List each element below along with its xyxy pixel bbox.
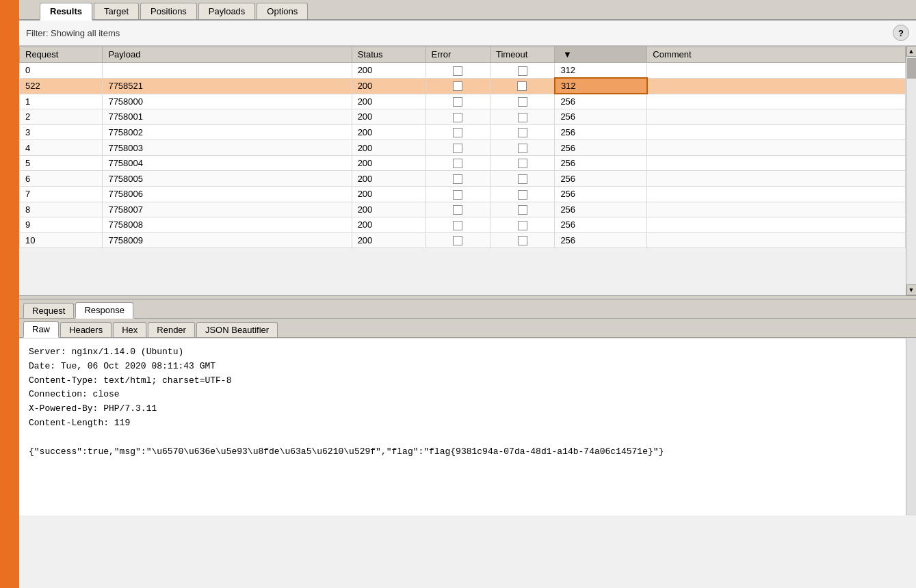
table-row[interactable]: 256 — [555, 124, 647, 140]
table-row[interactable] — [647, 63, 906, 79]
table-row[interactable] — [647, 232, 906, 248]
table-row[interactable] — [490, 109, 554, 125]
table-row[interactable]: 4 — [20, 140, 103, 156]
table-row[interactable] — [426, 109, 490, 125]
col-request[interactable]: Request — [20, 46, 103, 63]
timeout-checkbox[interactable] — [518, 159, 527, 168]
table-row[interactable]: 7758007 — [103, 202, 352, 217]
table-row[interactable]: 1 — [20, 94, 103, 109]
error-checkbox[interactable] — [453, 190, 462, 200]
table-row[interactable] — [647, 124, 906, 140]
table-row[interactable] — [426, 94, 490, 109]
table-row[interactable] — [426, 232, 490, 248]
error-checkbox[interactable] — [453, 236, 462, 245]
table-row[interactable]: 312 — [555, 63, 647, 79]
table-row[interactable] — [490, 124, 554, 140]
results-scrollbar[interactable]: ▲ ▼ — [906, 46, 916, 295]
table-row[interactable]: 256 — [555, 109, 647, 125]
timeout-checkbox[interactable] — [518, 174, 527, 184]
table-row[interactable] — [647, 171, 906, 187]
tab-options[interactable]: Options — [257, 3, 308, 19]
table-row[interactable]: 7 — [20, 186, 103, 202]
tab-hex[interactable]: Hex — [113, 322, 146, 337]
scroll-up-btn[interactable]: ▲ — [906, 46, 917, 57]
table-row[interactable]: 9 — [20, 217, 103, 233]
table-row[interactable]: 256 — [555, 186, 647, 202]
tab-headers[interactable]: Headers — [60, 322, 112, 337]
table-row[interactable] — [426, 171, 490, 187]
table-row[interactable]: 200 — [352, 155, 426, 171]
table-row[interactable]: 256 — [555, 202, 647, 217]
table-row[interactable] — [490, 186, 554, 202]
table-row[interactable] — [490, 63, 554, 79]
table-row[interactable]: 256 — [555, 140, 647, 156]
table-row[interactable]: 7758000 — [103, 94, 352, 109]
table-row[interactable] — [426, 140, 490, 156]
tab-json-beautifier[interactable]: JSON Beautifier — [196, 322, 278, 337]
error-checkbox[interactable] — [453, 174, 462, 184]
table-row[interactable] — [647, 94, 906, 109]
tab-raw[interactable]: Raw — [23, 321, 59, 338]
timeout-checkbox[interactable] — [518, 236, 527, 245]
tab-request[interactable]: Request — [23, 303, 74, 318]
col-status[interactable]: Status — [352, 46, 426, 63]
table-row[interactable] — [490, 232, 554, 248]
scroll-down-btn[interactable]: ▼ — [906, 284, 917, 295]
error-checkbox[interactable] — [453, 205, 462, 215]
table-row[interactable] — [647, 140, 906, 156]
table-row[interactable]: 200 — [352, 232, 426, 248]
table-row[interactable] — [490, 140, 554, 156]
table-row[interactable] — [490, 171, 554, 187]
table-row[interactable]: 200 — [352, 202, 426, 217]
table-row[interactable]: 256 — [555, 155, 647, 171]
col-timeout[interactable]: Timeout — [490, 46, 554, 63]
table-row[interactable]: 200 — [352, 78, 426, 94]
table-row[interactable]: 7758009 — [103, 232, 352, 248]
timeout-checkbox[interactable] — [518, 66, 527, 76]
tab-results[interactable]: Results — [40, 3, 92, 21]
table-row[interactable]: 200 — [352, 109, 426, 125]
tab-render[interactable]: Render — [148, 322, 195, 337]
timeout-checkbox[interactable] — [518, 97, 527, 107]
results-table-scroll[interactable]: Request Payload Status Error Timeout ▼ C… — [19, 46, 906, 295]
error-checkbox[interactable] — [453, 113, 462, 122]
table-row[interactable] — [647, 78, 906, 94]
table-row[interactable]: 200 — [352, 63, 426, 79]
table-row[interactable]: 10 — [20, 232, 103, 248]
table-row[interactable]: 0 — [20, 63, 103, 79]
tab-payloads[interactable]: Payloads — [198, 3, 255, 19]
table-row[interactable] — [647, 155, 906, 171]
error-checkbox[interactable] — [453, 144, 462, 153]
table-row[interactable] — [647, 109, 906, 125]
table-row[interactable] — [426, 124, 490, 140]
table-row[interactable]: 3 — [20, 124, 103, 140]
table-row[interactable] — [490, 94, 554, 109]
table-row[interactable] — [490, 78, 554, 94]
help-button[interactable]: ? — [893, 25, 909, 41]
col-payload[interactable]: Payload — [103, 46, 352, 63]
table-row[interactable]: 5 — [20, 155, 103, 171]
response-scrollbar[interactable] — [906, 338, 916, 516]
table-row[interactable] — [490, 202, 554, 217]
table-row[interactable]: 7758521 — [103, 78, 352, 94]
table-row[interactable] — [426, 217, 490, 233]
table-row[interactable]: 7758003 — [103, 140, 352, 156]
table-row[interactable]: 200 — [352, 171, 426, 187]
table-row[interactable] — [647, 202, 906, 217]
table-row[interactable]: 200 — [352, 124, 426, 140]
table-row[interactable] — [426, 63, 490, 79]
scrollbar-thumb[interactable] — [907, 58, 916, 79]
table-row[interactable] — [426, 78, 490, 94]
table-row[interactable]: 2 — [20, 109, 103, 125]
timeout-checkbox[interactable] — [517, 81, 527, 91]
table-row[interactable]: 256 — [555, 217, 647, 233]
tab-target[interactable]: Target — [94, 3, 139, 19]
col-comment[interactable]: Comment — [647, 46, 906, 63]
error-checkbox[interactable] — [453, 159, 462, 168]
table-row[interactable] — [426, 202, 490, 217]
table-row[interactable] — [490, 155, 554, 171]
table-row[interactable]: 256 — [555, 94, 647, 109]
table-row[interactable]: 7758002 — [103, 124, 352, 140]
error-checkbox[interactable] — [453, 221, 462, 230]
table-row[interactable] — [426, 155, 490, 171]
